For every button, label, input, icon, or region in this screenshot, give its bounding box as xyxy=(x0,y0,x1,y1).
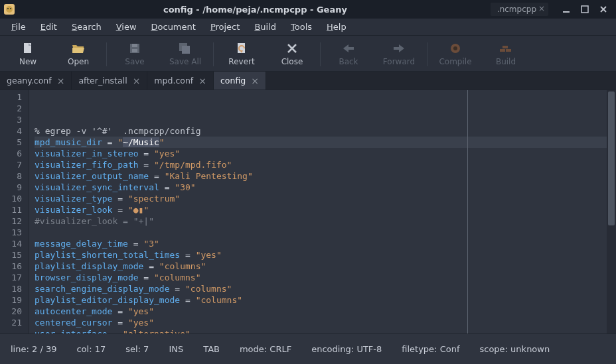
toolbar-label: Build xyxy=(496,57,516,66)
toolbar-separator xyxy=(427,42,427,66)
back-button[interactable]: Back xyxy=(323,38,374,71)
compile-button[interactable]: Compile xyxy=(430,38,481,71)
scrollbar-thumb[interactable] xyxy=(608,91,615,225)
line-number: 3 xyxy=(3,114,22,125)
code-line[interactable]: autocenter_mode = "yes" xyxy=(35,306,607,317)
document-tab[interactable]: config× xyxy=(214,72,266,90)
code-line[interactable]: visualizer_in_stereo = "yes" xyxy=(35,148,607,159)
code-line[interactable]: % egrep -v '^#' .ncmpcpp/config xyxy=(35,125,607,137)
forward-button[interactable]: Forward xyxy=(374,38,424,71)
save-icon xyxy=(127,42,142,55)
toolbar-label: Open xyxy=(68,57,89,66)
menu-search[interactable]: Search xyxy=(66,20,108,34)
code-line[interactable]: visualizer_look = "●▮" xyxy=(35,204,607,215)
save-button[interactable]: Save xyxy=(110,38,160,71)
tab-close-icon[interactable]: × xyxy=(198,76,206,86)
close-button[interactable]: Close xyxy=(267,38,317,71)
folder-open-icon xyxy=(71,42,86,55)
svg-point-0 xyxy=(6,6,13,13)
app-header-tab[interactable]: .ncmpcpp xyxy=(491,3,548,16)
status-mode: mode: CRLF xyxy=(240,344,291,354)
svg-rect-13 xyxy=(182,46,190,54)
status-col: col: 17 xyxy=(76,344,106,354)
code-line[interactable]: visualizer_type = "spectrum" xyxy=(35,193,607,204)
line-number: 10 xyxy=(3,193,22,204)
code-line[interactable]: playlist_editor_display_mode = "columns" xyxy=(35,294,607,306)
line-number: 6 xyxy=(3,148,22,159)
code-line[interactable]: browser_display_mode = "columns" xyxy=(35,272,607,283)
toolbar-label: Back xyxy=(339,57,358,66)
svg-marker-18 xyxy=(343,44,354,52)
menu-document[interactable]: Document xyxy=(145,20,202,34)
code-line[interactable]: centered_cursor = "yes" xyxy=(35,317,607,328)
maximize-button[interactable] xyxy=(580,5,589,14)
print-margin xyxy=(467,90,468,334)
code-line[interactable]: playlist_display_mode = "columns" xyxy=(35,261,607,272)
menu-edit[interactable]: Edit xyxy=(35,20,63,34)
svg-marker-19 xyxy=(394,44,404,52)
close-window-button[interactable] xyxy=(599,5,608,14)
vertical-scrollbar[interactable] xyxy=(607,90,616,334)
line-number: 15 xyxy=(3,249,22,261)
revert-icon xyxy=(234,42,249,55)
document-tab[interactable]: after_install× xyxy=(72,72,147,90)
status-tab: TAB xyxy=(203,344,220,354)
app-icon xyxy=(4,4,15,15)
line-number: 11 xyxy=(3,204,22,215)
line-number: 14 xyxy=(3,238,22,249)
code-line[interactable]: mpd_music_dir = "~/Music" xyxy=(35,137,607,148)
line-number: 1 xyxy=(3,91,22,103)
tab-close-icon[interactable]: × xyxy=(251,76,259,86)
code-line[interactable]: user_interface = "alternative" xyxy=(35,328,607,334)
code-area[interactable]: % egrep -v '^#' .ncmpcpp/configmpd_music… xyxy=(29,90,607,334)
svg-rect-10 xyxy=(132,44,137,47)
code-line[interactable] xyxy=(35,227,607,238)
titlebar: config - /home/peja/.ncmpcpp - Geany .nc… xyxy=(0,0,616,19)
status-filetype: filetype: Conf xyxy=(402,344,459,354)
menu-help[interactable]: Help xyxy=(321,20,352,34)
code-line[interactable]: visualizer_fifo_path = "/tmp/mpd.fifo" xyxy=(35,159,607,170)
open-button[interactable]: Open xyxy=(53,38,104,71)
code-line[interactable]: search_engine_display_mode = "columns" xyxy=(35,283,607,294)
revert-button[interactable]: Revert xyxy=(216,38,267,71)
new-button[interactable]: New xyxy=(3,38,53,71)
editor[interactable]: 123456789101112131415161718192021 % egre… xyxy=(0,90,616,334)
svg-rect-7 xyxy=(24,43,31,53)
toolbar-label: Save All xyxy=(169,57,201,66)
minimize-button[interactable] xyxy=(562,5,571,14)
status-scope: scope: unknown xyxy=(479,344,550,354)
close-icon xyxy=(285,42,299,55)
tab-close-icon[interactable]: × xyxy=(133,76,141,86)
menu-build[interactable]: Build xyxy=(248,20,282,34)
code-line[interactable]: playlist_shorten_total_times = "yes" xyxy=(35,249,607,261)
code-line[interactable]: #visualizer_look = "+|" xyxy=(35,215,607,227)
build-button[interactable]: Build xyxy=(481,38,531,71)
compile-icon xyxy=(448,42,463,55)
menu-view[interactable]: View xyxy=(110,20,143,34)
line-number: 5 xyxy=(3,137,22,148)
statusbar: line: 2 / 39 col: 17 sel: 7 INS TAB mode… xyxy=(0,334,616,364)
code-line[interactable]: visualizer_output_name = "Kali Pentestin… xyxy=(35,170,607,182)
save-all-button[interactable]: Save All xyxy=(160,38,210,71)
svg-rect-24 xyxy=(502,46,508,48)
code-line[interactable]: visualizer_sync_interval = "30" xyxy=(35,182,607,193)
status-sel: sel: 7 xyxy=(125,344,149,354)
tab-close-icon[interactable]: × xyxy=(57,76,65,86)
document-tab-label: config xyxy=(220,76,246,86)
document-tabs: geany.conf×after_install×mpd.conf×config… xyxy=(0,72,616,90)
menu-project[interactable]: Project xyxy=(204,20,246,34)
status-encoding: encoding: UTF-8 xyxy=(311,344,382,354)
svg-point-2 xyxy=(10,8,11,9)
menu-file[interactable]: File xyxy=(5,20,32,34)
toolbar-separator xyxy=(106,42,107,66)
line-number: 13 xyxy=(3,227,22,238)
document-tab[interactable]: geany.conf× xyxy=(0,72,72,90)
document-tab[interactable]: mpd.conf× xyxy=(147,72,214,90)
svg-rect-22 xyxy=(500,49,505,52)
menu-tools[interactable]: Tools xyxy=(285,20,318,34)
line-number: 19 xyxy=(3,294,22,306)
code-line[interactable]: message_delay_time = "3" xyxy=(35,238,607,249)
build-icon xyxy=(499,42,513,55)
status-ins: INS xyxy=(169,344,183,354)
line-number: 20 xyxy=(3,306,22,317)
